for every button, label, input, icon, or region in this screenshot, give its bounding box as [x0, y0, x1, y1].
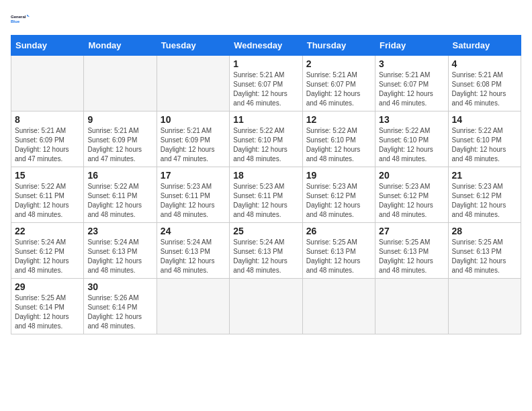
- header-cell-thursday: Thursday: [302, 36, 375, 56]
- calendar-cell: [84, 56, 157, 111]
- day-info: Sunrise: 5:22 AMSunset: 6:10 PMDaylight:…: [306, 126, 371, 164]
- calendar-cell: 27Sunrise: 5:25 AMSunset: 6:13 PMDayligh…: [375, 223, 448, 279]
- day-number: 14: [452, 114, 517, 125]
- calendar-cell: 20Sunrise: 5:23 AMSunset: 6:12 PMDayligh…: [375, 167, 448, 223]
- day-number: 24: [161, 226, 226, 236]
- day-info: Sunrise: 5:21 AMSunset: 6:07 PMDaylight:…: [379, 71, 444, 108]
- calendar-cell: 18Sunrise: 5:23 AMSunset: 6:11 PMDayligh…: [230, 167, 302, 223]
- day-info: Sunrise: 5:23 AMSunset: 6:12 PMDaylight:…: [306, 182, 371, 220]
- page-header: General Blue: [11, 11, 521, 30]
- day-info: Sunrise: 5:21 AMSunset: 6:09 PMDaylight:…: [87, 126, 152, 164]
- day-number: 28: [452, 226, 517, 236]
- day-number: 25: [233, 226, 298, 236]
- calendar-cell: [11, 56, 84, 111]
- day-number: 11: [233, 114, 298, 125]
- day-info: Sunrise: 5:24 AMSunset: 6:13 PMDaylight:…: [233, 238, 298, 275]
- day-info: Sunrise: 5:21 AMSunset: 6:07 PMDaylight:…: [306, 71, 371, 108]
- day-number: 29: [15, 281, 80, 292]
- day-number: 10: [161, 114, 226, 125]
- day-info: Sunrise: 5:21 AMSunset: 6:08 PMDaylight:…: [452, 71, 517, 108]
- day-info: Sunrise: 5:25 AMSunset: 6:13 PMDaylight:…: [306, 238, 371, 275]
- calendar-cell: 30Sunrise: 5:26 AMSunset: 6:14 PMDayligh…: [84, 279, 157, 334]
- calendar-cell: [375, 279, 448, 334]
- calendar-cell: 4Sunrise: 5:21 AMSunset: 6:08 PMDaylight…: [448, 56, 521, 111]
- header-cell-wednesday: Wednesday: [230, 36, 302, 56]
- day-number: 20: [379, 170, 444, 181]
- svg-text:General: General: [11, 15, 26, 19]
- calendar-table: SundayMondayTuesdayWednesdayThursdayFrid…: [11, 35, 521, 334]
- svg-text:Blue: Blue: [11, 19, 20, 24]
- day-number: 30: [87, 281, 152, 292]
- calendar-cell: 25Sunrise: 5:24 AMSunset: 6:13 PMDayligh…: [230, 223, 302, 279]
- day-info: Sunrise: 5:23 AMSunset: 6:12 PMDaylight:…: [379, 182, 444, 220]
- day-info: Sunrise: 5:21 AMSunset: 6:09 PMDaylight:…: [15, 126, 80, 164]
- calendar-cell: 29Sunrise: 5:25 AMSunset: 6:14 PMDayligh…: [11, 279, 84, 334]
- calendar-cell: 26Sunrise: 5:25 AMSunset: 6:13 PMDayligh…: [302, 223, 375, 279]
- logo-icon: General Blue: [11, 11, 30, 30]
- day-number: 16: [87, 170, 152, 181]
- day-number: 23: [87, 226, 152, 236]
- calendar-cell: 16Sunrise: 5:22 AMSunset: 6:11 PMDayligh…: [84, 167, 157, 223]
- day-info: Sunrise: 5:23 AMSunset: 6:12 PMDaylight:…: [452, 182, 517, 220]
- header-cell-sunday: Sunday: [11, 36, 84, 56]
- calendar-cell: 28Sunrise: 5:25 AMSunset: 6:13 PMDayligh…: [448, 223, 521, 279]
- day-info: Sunrise: 5:22 AMSunset: 6:11 PMDaylight:…: [87, 182, 152, 220]
- calendar-cell: 19Sunrise: 5:23 AMSunset: 6:12 PMDayligh…: [302, 167, 375, 223]
- day-number: 4: [452, 58, 517, 69]
- calendar-cell: [157, 56, 229, 111]
- calendar-cell: 15Sunrise: 5:22 AMSunset: 6:11 PMDayligh…: [11, 167, 84, 223]
- calendar-cell: 3Sunrise: 5:21 AMSunset: 6:07 PMDaylight…: [375, 56, 448, 111]
- calendar-cell: 12Sunrise: 5:22 AMSunset: 6:10 PMDayligh…: [302, 111, 375, 167]
- day-info: Sunrise: 5:24 AMSunset: 6:13 PMDaylight:…: [161, 238, 226, 275]
- day-info: Sunrise: 5:24 AMSunset: 6:13 PMDaylight:…: [87, 238, 152, 275]
- day-info: Sunrise: 5:21 AMSunset: 6:09 PMDaylight:…: [161, 126, 226, 164]
- week-row-1: 1Sunrise: 5:21 AMSunset: 6:07 PMDaylight…: [11, 56, 521, 111]
- calendar-cell: [302, 279, 375, 334]
- calendar-cell: 11Sunrise: 5:22 AMSunset: 6:10 PMDayligh…: [230, 111, 302, 167]
- day-info: Sunrise: 5:23 AMSunset: 6:11 PMDaylight:…: [233, 182, 298, 220]
- day-info: Sunrise: 5:22 AMSunset: 6:10 PMDaylight:…: [233, 126, 298, 164]
- day-info: Sunrise: 5:25 AMSunset: 6:13 PMDaylight:…: [452, 238, 517, 275]
- calendar-cell: [157, 279, 229, 334]
- day-number: 9: [87, 114, 152, 125]
- week-row-2: 8Sunrise: 5:21 AMSunset: 6:09 PMDaylight…: [11, 111, 521, 167]
- week-row-3: 15Sunrise: 5:22 AMSunset: 6:11 PMDayligh…: [11, 167, 521, 223]
- day-number: 2: [306, 58, 371, 69]
- calendar-cell: 13Sunrise: 5:22 AMSunset: 6:10 PMDayligh…: [375, 111, 448, 167]
- day-info: Sunrise: 5:22 AMSunset: 6:11 PMDaylight:…: [15, 182, 80, 220]
- header-cell-monday: Monday: [84, 36, 157, 56]
- day-number: 13: [379, 114, 444, 125]
- calendar-cell: 23Sunrise: 5:24 AMSunset: 6:13 PMDayligh…: [84, 223, 157, 279]
- day-number: 18: [233, 170, 298, 181]
- header-cell-friday: Friday: [375, 36, 448, 56]
- day-number: 19: [306, 170, 371, 181]
- calendar-cell: 8Sunrise: 5:21 AMSunset: 6:09 PMDaylight…: [11, 111, 84, 167]
- day-info: Sunrise: 5:23 AMSunset: 6:11 PMDaylight:…: [161, 182, 226, 220]
- day-number: 15: [15, 170, 80, 181]
- calendar-cell: [448, 279, 521, 334]
- day-number: 8: [15, 114, 80, 125]
- day-info: Sunrise: 5:24 AMSunset: 6:12 PMDaylight:…: [15, 238, 80, 275]
- week-row-5: 29Sunrise: 5:25 AMSunset: 6:14 PMDayligh…: [11, 279, 521, 334]
- week-row-4: 22Sunrise: 5:24 AMSunset: 6:12 PMDayligh…: [11, 223, 521, 279]
- header-cell-saturday: Saturday: [448, 36, 521, 56]
- logo: General Blue: [11, 11, 30, 30]
- calendar-cell: 10Sunrise: 5:21 AMSunset: 6:09 PMDayligh…: [157, 111, 229, 167]
- day-info: Sunrise: 5:22 AMSunset: 6:10 PMDaylight:…: [452, 126, 517, 164]
- day-number: 27: [379, 226, 444, 236]
- calendar-cell: 21Sunrise: 5:23 AMSunset: 6:12 PMDayligh…: [448, 167, 521, 223]
- calendar-cell: 2Sunrise: 5:21 AMSunset: 6:07 PMDaylight…: [302, 56, 375, 111]
- day-number: 26: [306, 226, 371, 236]
- day-number: 1: [233, 58, 298, 69]
- header-cell-tuesday: Tuesday: [157, 36, 229, 56]
- svg-marker-2: [27, 15, 30, 17]
- day-info: Sunrise: 5:25 AMSunset: 6:14 PMDaylight:…: [15, 293, 80, 331]
- day-number: 17: [161, 170, 226, 181]
- day-number: 22: [15, 226, 80, 236]
- day-info: Sunrise: 5:25 AMSunset: 6:13 PMDaylight:…: [379, 238, 444, 275]
- day-number: 3: [379, 58, 444, 69]
- day-info: Sunrise: 5:22 AMSunset: 6:10 PMDaylight:…: [379, 126, 444, 164]
- calendar-cell: 1Sunrise: 5:21 AMSunset: 6:07 PMDaylight…: [230, 56, 302, 111]
- calendar-cell: 17Sunrise: 5:23 AMSunset: 6:11 PMDayligh…: [157, 167, 229, 223]
- day-info: Sunrise: 5:21 AMSunset: 6:07 PMDaylight:…: [233, 71, 298, 108]
